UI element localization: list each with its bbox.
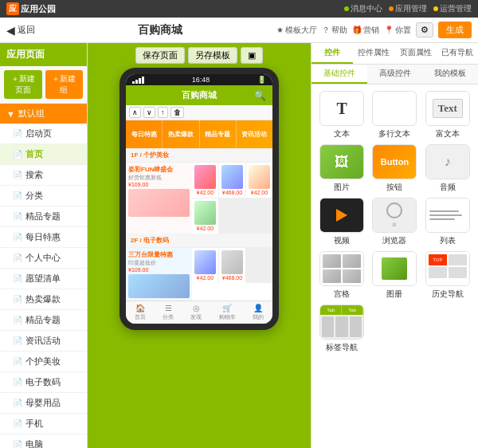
nav-actions: ★ 模板大厅 ？ 帮助 🎁 营销 📍 你置 ⚙ 生成 — [276, 22, 472, 38]
product-item[interactable]: ¥42.00 — [192, 248, 218, 283]
location-button[interactable]: 📍 你置 — [384, 25, 411, 36]
sidebar-item-phone[interactable]: 📄 手机 — [0, 414, 87, 434]
page-icon: 📄 — [13, 274, 22, 283]
product-item[interactable]: ¥42.00 — [192, 163, 218, 198]
tabnav-img-2 — [335, 316, 347, 337]
sidebar-item-search[interactable]: 📄 搜索 — [0, 165, 87, 186]
widget-tabnav[interactable]: Tab Tab 标签导航 — [318, 305, 366, 353]
sidebar-item-featured[interactable]: 📄 精品专题 — [0, 206, 87, 227]
product-grid-electronics: ¥42.00 ¥468.00 — [192, 248, 272, 283]
widget-browser[interactable]: ⊘ 浏览器 — [370, 198, 418, 246]
page-icon: 📄 — [13, 233, 22, 242]
tab-page-props[interactable]: 页面属性 — [395, 43, 437, 64]
help-button[interactable]: ？ 帮助 — [322, 25, 347, 36]
location-icon: 📍 — [384, 26, 394, 34]
nav-app-manage[interactable]: 应用管理 — [389, 3, 427, 14]
template-hall-button[interactable]: ★ 模板大厅 — [276, 25, 317, 36]
page-icon: 📄 — [13, 253, 22, 262]
nav-message[interactable]: 消息中心 — [344, 3, 382, 14]
widget-browser-label: 浏览器 — [382, 235, 406, 246]
tab-nav[interactable]: 已有导航 — [437, 43, 478, 64]
widget-image[interactable]: 🖼 图片 — [318, 144, 366, 193]
product-item[interactable]: ¥42.00 — [246, 163, 272, 198]
settings-button[interactable]: ⚙ — [416, 22, 433, 37]
sidebar-header: 应用页面 — [0, 43, 87, 66]
phone-nav-category[interactable]: ☰ 分类 — [163, 304, 174, 321]
new-page-button[interactable]: ＋新建页面 — [4, 70, 42, 99]
sidebar-group-default[interactable]: ▼ 默认组 — [0, 104, 87, 124]
marketing-button[interactable]: 🎁 营销 — [352, 25, 379, 36]
tab-widget-props[interactable]: 控件属性 — [353, 43, 394, 64]
save-page-button[interactable]: 保存页面 — [135, 47, 185, 64]
product-item[interactable]: ¥468.00 — [219, 248, 245, 283]
status-bar: 16:48 🔋 — [126, 74, 272, 85]
preview-button[interactable]: ▣ — [241, 47, 263, 64]
phone-nav-cart[interactable]: 🛒 购物车 — [219, 304, 236, 321]
widget-image-icon: 🖼 — [319, 144, 364, 179]
delete-component-button[interactable]: 🗑 — [170, 107, 184, 118]
tab-basic-widgets[interactable]: 基础控件 — [311, 65, 367, 84]
sidebar-item-computer[interactable]: 📄 电脑 — [0, 434, 87, 448]
tab-advanced-widgets[interactable]: 高级控件 — [367, 65, 423, 84]
tab-widgets[interactable]: 控件 — [311, 43, 353, 64]
phone-search-icon[interactable]: 🔍 — [254, 90, 266, 101]
list-line-1 — [429, 210, 459, 212]
banner-item-hot[interactable]: 热卖爆款 — [163, 120, 199, 148]
widget-gallery-icon — [372, 251, 417, 286]
sidebar-item-beauty[interactable]: 📄 个护美妆 — [0, 352, 87, 372]
new-group-button[interactable]: ＋新建组 — [45, 70, 84, 99]
product-image — [194, 165, 216, 189]
banner-item-daily[interactable]: 每日特惠 — [126, 120, 163, 148]
promo-title: 姿彩FUN肆盛会 — [128, 165, 190, 174]
widget-button-label: 按钮 — [386, 182, 402, 193]
product-item[interactable]: ¥468.00 — [219, 163, 245, 198]
page-icon: 📄 — [13, 316, 22, 324]
widget-richtext[interactable]: Text 富文本 — [424, 91, 472, 140]
sidebar-item-featured2[interactable]: 📄 精品专题 — [0, 310, 87, 331]
sidebar-item-hotitems[interactable]: 📄 热卖爆款 — [0, 289, 87, 310]
widget-list[interactable]: 列表 — [424, 198, 472, 246]
widget-grid-label: 宫格 — [334, 289, 350, 300]
widget-history[interactable]: TOP 历史导航 — [424, 251, 472, 300]
tab-my-templates[interactable]: 我的模板 — [422, 65, 478, 84]
back-button[interactable]: ◀ 返回 — [6, 24, 35, 37]
widget-multitext[interactable]: 多行文本 — [370, 91, 418, 140]
banner-item-news[interactable]: 资讯活动 — [237, 120, 272, 148]
widget-gallery-label: 图册 — [386, 289, 402, 300]
sidebar-item-daily[interactable]: 📄 每日特惠 — [0, 227, 87, 248]
move-up-button[interactable]: ∧ — [129, 107, 141, 118]
phone-header: 百购商城 🔍 — [126, 85, 272, 105]
sidebar-item-electronics[interactable]: 📄 电子数码 — [0, 372, 87, 393]
widget-grid-widget[interactable]: 宫格 — [318, 251, 366, 300]
phone-nav-discover[interactable]: ◎ 发现 — [190, 304, 202, 321]
save-template-button[interactable]: 另存模板 — [188, 47, 237, 64]
phone-nav-mine[interactable]: 👤 我的 — [253, 304, 264, 321]
grid-cell-4 — [343, 269, 361, 283]
page-icon: 📄 — [13, 440, 22, 448]
move-down-button[interactable]: ∨ — [143, 107, 155, 118]
nav-operations[interactable]: 运营管理 — [433, 3, 472, 14]
product-price: ¥42.00 — [194, 190, 216, 195]
banner-item-featured[interactable]: 精品专题 — [200, 120, 237, 148]
widget-gallery[interactable]: 图册 — [370, 251, 418, 300]
tabnav-img-3 — [350, 316, 362, 337]
widget-button[interactable]: Button 按钮 — [370, 144, 418, 193]
widget-video[interactable]: 视频 — [318, 198, 366, 246]
generate-button[interactable]: 生成 — [438, 22, 472, 38]
sidebar-item-personal[interactable]: 📄 个人中心 — [0, 248, 87, 269]
widget-text[interactable]: T 文本 — [318, 91, 366, 140]
move-button-3[interactable]: ↑ — [158, 107, 168, 118]
product-item[interactable]: ¥42.00 — [192, 198, 218, 234]
top-nav: 应 应用公园 消息中心 应用管理 运营管理 — [0, 0, 478, 18]
sidebar-item-wishlist[interactable]: 📄 愿望清单 — [0, 269, 87, 289]
sidebar-item-launch[interactable]: 📄 启动页 — [0, 124, 87, 144]
widget-audio[interactable]: ♪ 音频 — [424, 144, 472, 193]
sidebar-item-category[interactable]: 📄 分类 — [0, 186, 87, 206]
sidebar-item-home[interactable]: 📄 首页 — [0, 144, 87, 165]
product-grid-beauty: ¥42.00 ¥468.00 ¥42.00 — [192, 163, 272, 234]
help-icon: ？ — [322, 25, 330, 36]
sidebar-item-news[interactable]: 📄 资讯活动 — [0, 331, 87, 352]
phone-nav-home[interactable]: 🏠 首页 — [135, 304, 146, 321]
widget-history-icon: TOP — [425, 251, 470, 286]
sidebar-item-baby[interactable]: 📄 母婴用品 — [0, 393, 87, 414]
